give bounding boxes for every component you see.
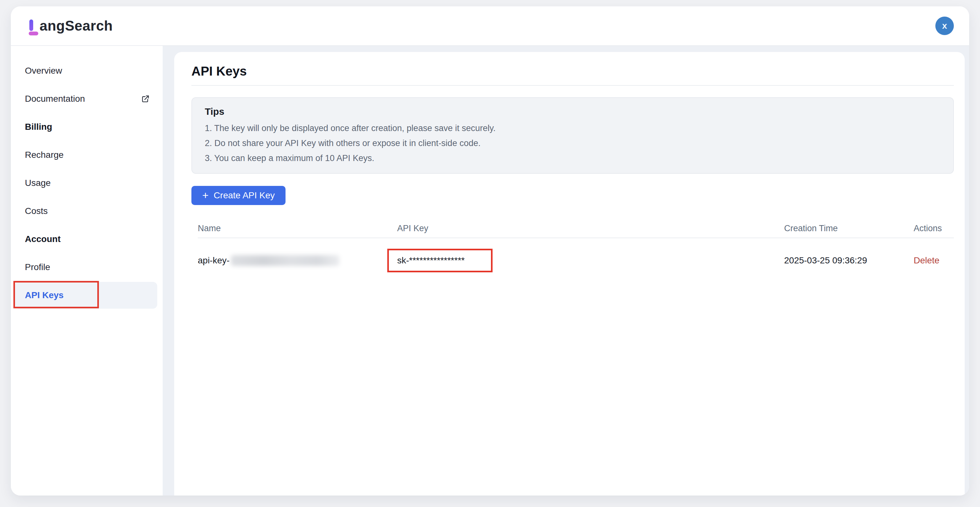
tips-title: Tips (205, 106, 940, 117)
sidebar-section-account: Account (11, 225, 163, 253)
sidebar-item-profile[interactable]: Profile (11, 253, 163, 281)
red-annotation-box-api-key: sk-**************** (387, 249, 493, 272)
sidebar-section-billing: Billing (11, 113, 163, 141)
sidebar-item-overview[interactable]: Overview (11, 57, 163, 85)
creation-time-cell: 2025-03-25 09:36:29 (784, 256, 914, 265)
api-key-name-prefix: api-key- (198, 256, 230, 265)
actions-cell: Delete (914, 256, 954, 265)
api-keys-table: Name API Key Creation Time Actions api-k… (198, 219, 954, 283)
sidebar: Overview Documentation Billing Recharge … (11, 46, 163, 496)
external-link-icon (141, 94, 150, 103)
tips-item: 2. Do not share your API Key with others… (205, 136, 940, 151)
create-api-key-label: Create API Key (214, 191, 275, 200)
sidebar-item-api-keys[interactable]: API Keys (11, 281, 163, 309)
avatar-initial: x (942, 21, 947, 31)
api-key-value-cell: sk-**************** (397, 249, 784, 272)
sidebar-item-costs[interactable]: Costs (11, 197, 163, 225)
column-header-creation-time: Creation Time (784, 224, 914, 234)
page-title: API Keys (191, 64, 954, 79)
sidebar-item-recharge[interactable]: Recharge (11, 141, 163, 169)
tips-panel: Tips 1. The key will only be displayed o… (191, 97, 954, 174)
sidebar-item-usage[interactable]: Usage (11, 169, 163, 197)
logo-text: angSearch (40, 17, 113, 34)
app-window: angSearch x Overview Documentation Billi… (11, 6, 969, 496)
main-content: API Keys Tips 1. The key will only be di… (174, 52, 965, 496)
column-header-actions: Actions (914, 224, 954, 234)
plus-icon: + (202, 190, 208, 200)
user-avatar[interactable]: x (935, 17, 954, 35)
api-key-name-cell: api-key- (198, 255, 397, 266)
langsearch-logo[interactable]: angSearch (25, 17, 113, 34)
tips-item: 3. You can keep a maximum of 10 API Keys… (205, 151, 940, 166)
create-api-key-button[interactable]: + Create API Key (191, 186, 285, 205)
masked-api-key: sk-**************** (397, 256, 465, 265)
table-header-row: Name API Key Creation Time Actions (198, 219, 954, 238)
tips-list: 1. The key will only be displayed once a… (205, 121, 940, 166)
tips-item: 1. The key will only be displayed once a… (205, 121, 940, 136)
title-divider (191, 85, 954, 86)
app-header: angSearch x (11, 6, 969, 46)
body-row: Overview Documentation Billing Recharge … (11, 46, 969, 496)
column-header-name: Name (198, 224, 397, 234)
column-header-api-key: API Key (397, 224, 784, 234)
sidebar-item-documentation[interactable]: Documentation (11, 85, 163, 113)
redacted-name-blur (231, 255, 339, 266)
delete-link[interactable]: Delete (914, 256, 940, 265)
table-row: api-key- sk-**************** 2025-03-25 … (198, 238, 954, 283)
logo-l-icon (25, 19, 38, 34)
